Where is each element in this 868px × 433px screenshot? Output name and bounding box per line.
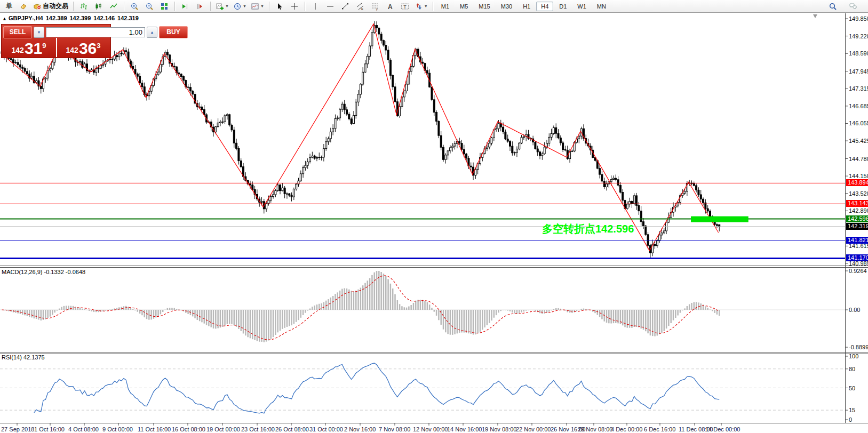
price-axis-label: 144.780 (849, 156, 868, 162)
price-axis-label: 147.315 (849, 85, 868, 92)
sell-price-sup: 9 (42, 42, 46, 50)
sell-price-big: 31 (25, 41, 42, 56)
price-axis-label: 149.220 (849, 33, 868, 39)
price-axis-label: 149.850 (849, 15, 868, 22)
time-axis-label: 26 Oct 08:00 (275, 426, 309, 432)
time-axis-label: 23 Oct 16:00 (241, 426, 275, 432)
time-axis-label: 7 Nov 08:00 (379, 426, 410, 432)
price-axis-label: 148.590 (849, 50, 868, 57)
rsi-axis-label: 80 (849, 366, 855, 372)
quote-low: 142.146 (93, 15, 115, 21)
price-tag-143.894: 143.894 (846, 179, 868, 186)
collapse-panel-arrow-icon[interactable]: ▲ (2, 16, 7, 21)
time-axis-label: 31 Oct 00:00 (309, 426, 343, 432)
price-tag-141.170: 141.170 (846, 254, 868, 261)
right-shift-marker-icon[interactable] (813, 14, 817, 18)
time-axis-label: 14 Dec 00:00 (705, 426, 740, 432)
price-tag-142.319: 142.319 (846, 223, 868, 230)
turning-point-annotation: 多空转折点142.596 (542, 222, 634, 236)
time-axis-label: 27 Sep 2018 (1, 426, 34, 432)
quote-open: 142.389 (46, 15, 67, 21)
price-tag-143.143: 143.143 (846, 200, 868, 207)
time-axis-label: 19 Oct 00:00 (206, 426, 240, 432)
rsi-axis-label: 0 (849, 416, 852, 423)
sell-price-prefix: 142 (12, 45, 24, 56)
buy-button[interactable]: BUY (159, 26, 188, 38)
volume-decrease-button[interactable]: ▼ (34, 27, 44, 38)
buy-price[interactable]: 142 36 3 (56, 39, 110, 57)
time-axis-label: 9 Oct 00:00 (102, 426, 133, 432)
one-click-trading-panel: SELL ▼ ▲ BUY 142 31 9 142 36 3 (1, 24, 111, 58)
volume-increase-button[interactable]: ▲ (147, 27, 157, 38)
price-divider (56, 38, 57, 57)
time-axis-label: 22 Nov 00:00 (516, 426, 551, 432)
time-axis-label: 6 Dec 16:00 (644, 426, 675, 432)
time-axis-label: 14 Nov 16:00 (447, 426, 482, 432)
price-axis-label: 146.685 (849, 103, 868, 109)
price-axis-label: 143.520 (849, 190, 868, 197)
quote-bar: ▲GBPJPY-,H4142.389142.399142.146142.319 (2, 15, 139, 21)
rsi-axis-label: 15 (849, 407, 855, 413)
time-axis-label: 29 Nov 08:00 (578, 426, 612, 432)
macd-indicator-label: MACD(12,26,9) -0.1332 -0.0648 (2, 269, 85, 275)
price-axis-label: 142.890 (849, 207, 868, 214)
time-axis-label: 16 Oct 08:00 (172, 426, 205, 432)
macd-axis-label: -0.8899 (849, 344, 868, 350)
time-axis-label: 4 Oct 08:00 (68, 426, 99, 432)
quote-close: 142.319 (117, 15, 139, 21)
price-axis-label: 141.615 (849, 243, 868, 249)
price-tag-142.596: 142.596 (846, 215, 868, 222)
highlight-band[interactable] (691, 217, 748, 222)
price-axis-label: 145.425 (849, 138, 868, 144)
buy-price-big: 36 (79, 41, 97, 56)
price-axis-label: 144.150 (849, 173, 868, 179)
time-axis-label: 2 Nov 16:00 (344, 426, 376, 432)
symbol-period-label: GBPJPY-,H4 (9, 15, 43, 21)
buy-price-prefix: 142 (66, 45, 78, 56)
rsi-axis-label: 100 (849, 353, 858, 359)
sell-price[interactable]: 142 31 9 (2, 39, 56, 57)
macd-axis-label: 0.00 (849, 307, 860, 313)
time-axis-label: 4 Dec 00:00 (611, 426, 642, 432)
price-axis-label: 146.055 (849, 120, 868, 126)
macd-histogram (2, 271, 720, 342)
chart-canvas[interactable] (0, 0, 868, 433)
sell-button[interactable]: SELL (3, 26, 32, 38)
time-axis-label: 11 Oct 16:00 (138, 426, 171, 432)
time-axis-label: 1 Oct 16:00 (34, 426, 65, 432)
time-axis-label: 19 Nov 08:00 (482, 426, 516, 432)
macd-axis-label: 0.9264 (849, 268, 867, 274)
volume-input[interactable] (46, 27, 145, 37)
chart-area[interactable] (0, 0, 868, 433)
price-tag-141.821: 141.821 (846, 237, 868, 244)
rsi-axis-label: 50 (849, 385, 855, 391)
quote-high: 142.399 (70, 15, 91, 21)
buy-price-sup: 3 (97, 42, 100, 50)
rsi-indicator-label: RSI(14) 42.1375 (2, 354, 45, 360)
price-axis-label: 147.945 (849, 68, 868, 75)
time-axis-label: 12 Nov 00:00 (413, 426, 448, 432)
